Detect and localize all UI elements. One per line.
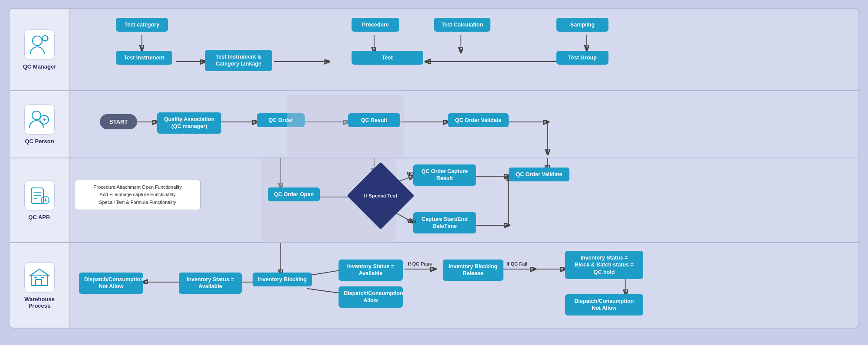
- inventory-status-avail2-box: Inventory Status = Available: [339, 260, 403, 281]
- test-group-box: Test Group: [556, 51, 608, 65]
- warehouse-icon: [24, 262, 55, 292]
- yes-label: YES: [407, 219, 416, 224]
- svg-point-0: [33, 36, 42, 46]
- role-warehouse: Warehouse Process: [10, 243, 70, 328]
- test-category-box: Test category: [116, 18, 168, 32]
- linkage-box: Test Instrument & Category Linkage: [205, 50, 272, 71]
- svg-rect-44: [36, 279, 42, 286]
- dispatch-not-allow1-box: Dispatch/Consumption Not Allow: [79, 273, 143, 294]
- quality-association-box: Quality Association (QC manager): [157, 112, 221, 134]
- qc-order-validate2-box: QC Order Validate: [509, 168, 569, 181]
- role-qc-manager: QC Manager: [10, 9, 70, 90]
- test-calculation-box: Test Calculation: [434, 18, 490, 32]
- svg-line-7: [47, 40, 48, 41]
- inventory-blocking-release-box: Inventory Blocking Release: [443, 260, 503, 281]
- if-qc-fail-label: If QC Fail: [506, 261, 527, 266]
- qc-result-box: QC Result: [348, 113, 400, 127]
- svg-line-9: [43, 40, 44, 41]
- qc-app-label: QC APP.: [28, 214, 50, 220]
- inventory-blocking-box: Inventory Blocking: [253, 273, 312, 286]
- qc-order-open-box: QC Order Open: [268, 187, 320, 201]
- qc-manager-label: QC Manager: [23, 63, 56, 70]
- capture-datetime-box: Capture Start/End DateTime: [413, 212, 476, 233]
- no-label: NO: [407, 171, 414, 176]
- svg-line-8: [47, 36, 48, 36]
- svg-line-6: [43, 36, 44, 36]
- inventory-status-avail1-box: Inventory Status = Available: [179, 273, 242, 294]
- test-instrument-box: Test Instrument: [116, 51, 172, 65]
- procedure-box: Procedure: [352, 18, 399, 32]
- dispatch-allow-box: Dispatch/Consumption Allow: [339, 286, 403, 308]
- qc-app-icon: [24, 180, 55, 210]
- qc-order-validate-box: QC Order Validate: [448, 113, 509, 127]
- inventory-status-block-box: Inventory Status = Block & Batch status …: [565, 251, 643, 279]
- svg-point-17: [32, 111, 41, 120]
- role-qc-person: QC Person: [10, 91, 70, 158]
- warehouse-label: Warehouse Process: [13, 296, 66, 309]
- qc-manager-icon: [24, 30, 55, 60]
- qc-capture-result-box: QC Order Capture Result: [413, 164, 476, 186]
- sampling-box: Sampling: [556, 18, 608, 32]
- test-box: Test: [352, 51, 423, 65]
- start-oval: START: [100, 114, 137, 129]
- qc-person-icon: [24, 104, 55, 135]
- svg-rect-43: [31, 275, 48, 286]
- role-qc-app: QC APP.: [10, 158, 70, 242]
- dispatch-not-allow2-box: Dispatch/Consumption Not Allow: [565, 294, 643, 315]
- if-qc-pass-label: If QC Pass: [408, 261, 432, 266]
- procedure-text-box: Procedure Attachment Open Functionality …: [75, 180, 201, 210]
- qc-person-label: QC Person: [25, 138, 54, 145]
